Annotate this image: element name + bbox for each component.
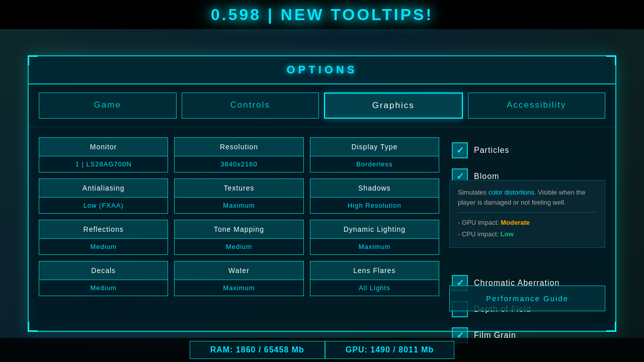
setting-resolution-label[interactable]: Resolution — [174, 137, 303, 156]
settings-grid: Monitor 1 | LS28AG700N Resolution 3840x2… — [39, 137, 439, 321]
setting-monitor-value: 1 | LS28AG700N — [39, 156, 168, 172]
setting-tone-mapping-label[interactable]: Tone Mapping — [174, 220, 303, 238]
setting-textures-label[interactable]: Textures — [174, 178, 303, 197]
setting-lens-flares-label[interactable]: Lens Flares — [310, 261, 439, 280]
setting-lens-flares-value: All Lights — [310, 280, 439, 296]
cpu-value: Low — [501, 230, 514, 238]
gpu-label: - GPU impact: — [458, 219, 501, 226]
setting-water: Water Maximum — [174, 261, 303, 296]
setting-reflections: Reflections Medium — [39, 220, 168, 255]
corner-tl — [28, 55, 38, 65]
top-bar: 0.598 | NEW TOOLTIPS! — [0, 0, 644, 29]
setting-textures-value: Maximum — [174, 197, 303, 214]
setting-antialiasing-value: Low (FXAA) — [39, 197, 168, 214]
tab-controls[interactable]: Controls — [182, 93, 319, 119]
tab-game[interactable]: Game — [39, 93, 177, 119]
setting-monitor: Monitor 1 | LS28AG700N — [39, 137, 168, 172]
corner-br — [606, 322, 616, 332]
ram-stat: RAM: 1860 / 65458 Mb — [190, 341, 325, 359]
tab-graphics[interactable]: Graphics — [324, 93, 463, 119]
tooltip-text: Simulates color distortions. Visible whe… — [458, 188, 597, 207]
setting-water-value: Maximum — [174, 280, 303, 296]
tab-accessibility[interactable]: Accessibility — [468, 93, 606, 119]
tabs-row: Game Controls Graphics Accessibility — [29, 84, 615, 127]
panel-header: OPTIONS — [29, 56, 615, 84]
setting-dynamic-lighting-label[interactable]: Dynamic Lighting — [310, 220, 439, 238]
checkbox-particles-box[interactable]: ✓ — [452, 142, 468, 158]
checkboxes-panel: ✓ Particles ✓ Bloom Simulates color dist… — [449, 137, 605, 321]
setting-resolution-value: 3840x2160 — [174, 156, 303, 172]
corner-bl — [28, 322, 38, 332]
gpu-value: Moderate — [501, 219, 530, 226]
content-area: Monitor 1 | LS28AG700N Resolution 3840x2… — [29, 127, 615, 331]
tooltip-impact: - GPU impact: Moderate - CPU impact: Low — [458, 217, 597, 240]
setting-textures: Textures Maximum — [174, 178, 303, 214]
setting-dynamic-lighting-value: Maximum — [310, 238, 439, 255]
setting-antialiasing: Antialiasing Low (FXAA) — [39, 178, 168, 214]
tooltip-text-before: Simulates — [458, 189, 489, 196]
setting-dynamic-lighting: Dynamic Lighting Maximum — [310, 220, 439, 255]
setting-display-type-label[interactable]: Display Type — [310, 137, 439, 156]
setting-display-type-value: Borderless — [310, 156, 439, 172]
corner-tr — [606, 55, 616, 65]
setting-antialiasing-label[interactable]: Antialiasing — [39, 178, 168, 197]
setting-tone-mapping-value: Medium — [174, 238, 303, 255]
setting-display-type: Display Type Borderless — [310, 137, 439, 172]
setting-shadows-label[interactable]: Shadows — [310, 178, 439, 197]
tooltip-highlight: color distortions — [489, 189, 534, 196]
setting-tone-mapping: Tone Mapping Medium — [174, 220, 303, 255]
options-panel: OPTIONS Game Controls Graphics Accessibi… — [28, 55, 616, 332]
setting-monitor-label[interactable]: Monitor — [39, 137, 168, 156]
setting-shadows-value: High Resolution — [310, 197, 439, 214]
version-title: 0.598 | NEW TOOLTIPS! — [211, 6, 433, 24]
setting-lens-flares: Lens Flares All Lights — [310, 261, 439, 296]
setting-resolution: Resolution 3840x2160 — [174, 137, 303, 172]
tooltip-divider — [458, 212, 597, 213]
setting-shadows: Shadows High Resolution — [310, 178, 439, 214]
setting-water-label[interactable]: Water — [174, 261, 303, 280]
bottom-bar: RAM: 1860 / 65458 Mb GPU: 1490 / 8011 Mb — [0, 338, 644, 362]
gpu-stat: GPU: 1490 / 8011 Mb — [325, 341, 455, 359]
bloom-tooltip: Simulates color distortions. Visible whe… — [449, 180, 605, 248]
checkmark-particles-icon: ✓ — [456, 145, 464, 156]
panel-title: OPTIONS — [286, 63, 357, 76]
checkbox-particles-label: Particles — [474, 146, 509, 155]
setting-decals-label[interactable]: Decals — [39, 261, 168, 280]
performance-guide-button[interactable]: Performance Guide — [449, 286, 605, 311]
setting-decals-value: Medium — [39, 280, 168, 296]
checkbox-particles[interactable]: ✓ Particles — [449, 137, 605, 163]
setting-reflections-label[interactable]: Reflections — [39, 220, 168, 238]
setting-decals: Decals Medium — [39, 261, 168, 296]
cpu-label: - CPU impact: — [458, 230, 501, 238]
setting-reflections-value: Medium — [39, 238, 168, 255]
